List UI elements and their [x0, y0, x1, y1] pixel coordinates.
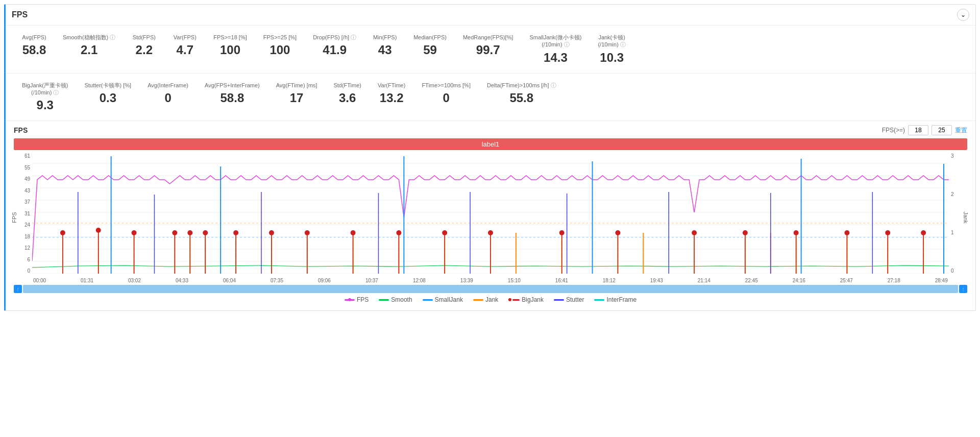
legend-smalljank: SmallJank [423, 296, 463, 303]
metric-label-avg-ftime: Avg(FTime) [ms] [276, 82, 317, 89]
metric-value-ftime-ge-100: 0 [443, 91, 450, 105]
metric-value-bigjank: 9.3 [37, 98, 54, 112]
svg-point-75 [885, 230, 890, 235]
bigjank-legend-indicator [508, 298, 520, 301]
x-label-17: 25:47 [840, 278, 853, 283]
metric-label-std-fps: Std(FPS) [133, 34, 156, 41]
interframe-legend-label: InterFrame [606, 296, 636, 303]
x-label-8: 12:08 [413, 278, 426, 283]
chart-area-container: 61 55 49 43 37 31 24 18 12 6 0 FPS [14, 151, 967, 284]
svg-point-69 [743, 230, 748, 235]
y-label-43: 43 [24, 188, 30, 193]
x-label-14: 21:14 [698, 278, 710, 283]
metric-medrange-fps: MedRange(FPS)[%] 99.7 [455, 31, 521, 60]
metric-value-medrange-fps: 99.7 [476, 43, 500, 57]
metric-value-var-fps: 4.7 [177, 43, 193, 57]
svg-point-63 [559, 230, 565, 235]
svg-point-73 [844, 230, 849, 235]
chart-legend: FPS Smooth SmallJank Jank BigJank [14, 293, 967, 306]
metric-min-fps: Min(FPS) 43 [364, 31, 405, 60]
scrollbar-right-handle[interactable]: ⋮ [959, 285, 967, 293]
svg-point-59 [442, 230, 447, 235]
svg-point-41 [132, 230, 137, 235]
y-right-label-1: 1 [951, 230, 954, 235]
metrics-row-2: BigJank(严重卡顿)(/10min) ⓘ 9.3 Stutter(卡顿率)… [14, 79, 967, 116]
x-label-16: 24:16 [793, 278, 805, 283]
metric-fps-ge-18: FPS>=18 [%] 100 [205, 31, 255, 60]
metric-stutter: Stutter(卡顿率) [%] 0.3 [76, 79, 139, 108]
scrollbar-left-handle[interactable]: ⋮ [14, 285, 22, 293]
panel-header: FPS ⌄ [6, 5, 975, 26]
metric-label-ftime-ge-100: FTime>=100ms [%] [422, 82, 471, 89]
y-label-49: 49 [24, 176, 30, 182]
metric-label-fps-ge-25: FPS>=25 [%] [263, 34, 297, 41]
legend-interframe: InterFrame [594, 296, 636, 303]
x-label-6: 09:06 [318, 278, 331, 283]
drop-fps-info-icon[interactable]: ⓘ [351, 34, 356, 40]
svg-point-43 [172, 230, 177, 235]
bigjank-info-icon[interactable]: ⓘ [53, 89, 59, 95]
metric-var-ftime: Var(FTime) 13.2 [370, 79, 413, 108]
metric-value-delta-ftime: 55.8 [509, 91, 533, 105]
metric-value-smalljank: 14.3 [544, 51, 568, 65]
x-label-7: 10:37 [365, 278, 378, 283]
fps-threshold2-input[interactable] [932, 125, 952, 135]
svg-point-45 [187, 230, 192, 235]
stutter-legend-label: Stutter [566, 296, 584, 303]
metric-value-stutter: 0.3 [100, 91, 116, 105]
bigjank-legend-label: BigJank [522, 296, 544, 303]
y-axis-right-label: Jank [962, 212, 968, 224]
smalljank-info-icon[interactable]: ⓘ [564, 41, 570, 47]
y-label-0: 0 [27, 268, 30, 274]
metric-value-std-ftime: 3.6 [339, 91, 356, 105]
x-label-4: 06:04 [223, 278, 236, 283]
scrollbar-track[interactable] [23, 285, 958, 293]
smooth-info-icon[interactable]: ⓘ [110, 34, 115, 40]
x-label-3: 04:33 [176, 278, 188, 283]
metric-smalljank: SmallJank(微小卡顿)(/10min) ⓘ 14.3 [521, 31, 590, 68]
metric-std-ftime: Std(FTime) 3.6 [325, 79, 370, 108]
delta-ftime-info-icon[interactable]: ⓘ [551, 82, 556, 88]
metric-bigjank: BigJank(严重卡顿)(/10min) ⓘ 9.3 [14, 79, 76, 116]
metric-ftime-ge-100: FTime>=100ms [%] 0 [413, 79, 479, 108]
metric-value-drop-fps: 41.9 [323, 43, 347, 57]
y-axis-left-label: FPS [11, 212, 17, 223]
metric-label-jank: Jank(卡顿)(/10min) ⓘ [598, 34, 625, 48]
metric-label-delta-ftime: Delta(FTime)>100ms [/h] ⓘ [487, 82, 556, 89]
fps-threshold-label: FPS(>=) [882, 127, 905, 134]
x-label-12: 18:12 [603, 278, 616, 283]
metric-label-medrange-fps: MedRange(FPS)[%] [463, 34, 513, 41]
chart-header: FPS FPS(>=) 重置 [14, 125, 967, 135]
x-label-18: 27:18 [888, 278, 900, 283]
svg-point-65 [615, 230, 620, 235]
metric-value-median-fps: 59 [423, 43, 437, 57]
metric-value-fps-ge-25: 100 [270, 43, 290, 57]
reset-button[interactable]: 重置 [955, 126, 967, 135]
metric-label-avg-interframe: Avg(InterFrame) [148, 82, 188, 89]
fps-legend-label: FPS [357, 296, 369, 303]
x-label-5: 07:35 [271, 278, 283, 283]
y-label-6: 6 [27, 257, 30, 262]
metric-value-avg-interframe: 0 [164, 91, 171, 105]
collapse-button[interactable]: ⌄ [957, 9, 969, 21]
y-label-55: 55 [24, 165, 30, 171]
x-label-13: 19:43 [650, 278, 663, 283]
jank-info-icon[interactable]: ⓘ [620, 41, 626, 47]
scrollbar-container: ⋮ ⋮ [14, 285, 967, 293]
legend-stutter: Stutter [554, 296, 584, 303]
svg-point-39 [96, 228, 101, 233]
scrollbar-thumb[interactable] [23, 285, 958, 293]
y-label-37: 37 [24, 199, 30, 205]
metric-label-fps-ge-18: FPS>=18 [%] [213, 34, 247, 41]
fps-threshold1-input[interactable] [908, 125, 928, 135]
y-label-24: 24 [24, 222, 30, 228]
fps-legend-color [345, 299, 355, 301]
svg-point-49 [233, 230, 238, 235]
interframe-legend-color [594, 299, 604, 301]
bigjank-legend-dot [508, 298, 511, 301]
y-axis-left: 61 55 49 43 37 31 24 18 12 6 0 FPS [14, 151, 32, 284]
metric-delta-ftime: Delta(FTime)>100ms [/h] ⓘ 55.8 [479, 79, 565, 108]
metric-label-var-fps: Var(FPS) [174, 34, 197, 41]
y-label-61: 61 [24, 153, 30, 159]
chart-label-bar: label1 [14, 138, 967, 150]
